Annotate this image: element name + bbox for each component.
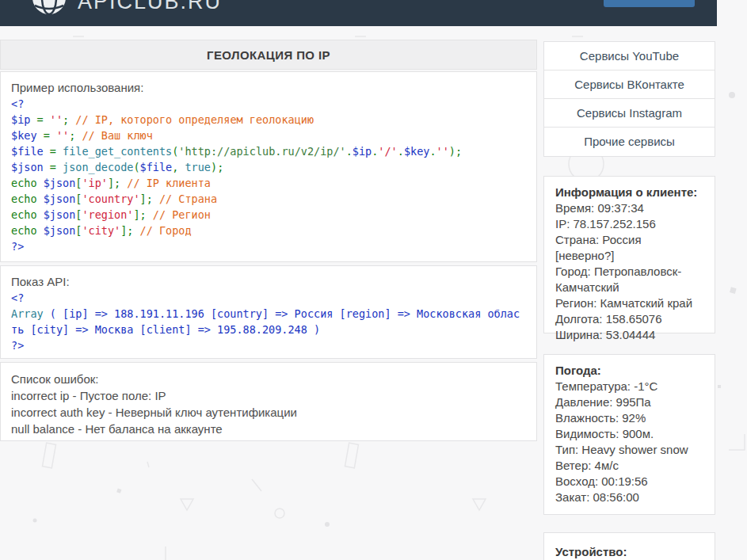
usage-example-panel: Пример использования: <?$ip = ''; // IP,… (0, 71, 537, 262)
client-info-region: Регион: Камчатский край (555, 295, 703, 311)
weather-visibility: Видимость: 900м. (555, 426, 703, 442)
client-info-time: Время: 09:37:34 (555, 200, 703, 216)
weather-title: Погода: (555, 363, 703, 379)
sidebar-item-vkontakte-services[interactable]: Сервисы ВКонтакте (544, 70, 715, 99)
client-info-ip: IP: 78.157.252.156 (555, 216, 703, 232)
weather-sunrise: Восход: 00:19:56 (555, 474, 703, 490)
weather-temperature: Температура: -1°С (555, 379, 703, 394)
sidebar-item-other-services[interactable]: Прочие сервисы (544, 128, 715, 156)
weather-type: Тип: Heavy shower snow (555, 442, 703, 458)
weather-panel: Погода: Температура: -1°С Давление: 995П… (543, 354, 715, 515)
device-title: Устройство: (555, 544, 703, 560)
weather-pressure: Давление: 995Па (555, 394, 703, 410)
client-info-longitude: Долгота: 158.65076 (555, 311, 703, 327)
client-info-panel: Информация о клиенте: Время: 09:37:34 IP… (543, 176, 715, 333)
device-panel: Устройство: (543, 532, 715, 560)
error-item: incorrect ip - Пустое поле: IP (11, 387, 526, 404)
api-demo-label: Показ API: (11, 274, 526, 290)
errors-panel: Список ошибок: incorrect ip - Пустое пол… (0, 362, 537, 441)
sidebar-item-youtube-services[interactable]: Сервисы YouTube (544, 42, 715, 70)
header-action-button[interactable] (604, 0, 695, 7)
client-info-country: Страна: Россия [неверно?] (555, 232, 703, 264)
sidebar-item-instagram-services[interactable]: Сервисы Instagram (544, 99, 715, 128)
client-info-title: Информация о клиенте: (555, 185, 703, 200)
client-info-latitude: Ширина: 53.04444 (555, 327, 703, 343)
error-item: null balance - Нет баланса на аккаунте (11, 421, 526, 437)
globe-logo-icon (30, 0, 68, 17)
page-title: ГЕОЛОКАЦИЯ ПО IP (0, 40, 537, 70)
weather-sunset: Закат: 08:56:00 (555, 490, 703, 505)
services-menu: Сервисы YouTube Сервисы ВКонтакте Сервис… (543, 41, 715, 157)
logo[interactable]: APICLUB.RU (78, 0, 222, 14)
api-demo-panel: Показ API: <?Array ( [ip] => 188.191.11.… (0, 265, 537, 359)
site-header: APICLUB.RU (0, 0, 717, 26)
errors-label: Список ошибок: (11, 371, 526, 387)
usage-label: Пример использования: (11, 80, 526, 96)
error-item: incorrect auth key - Неверный ключ аутен… (11, 404, 526, 421)
weather-humidity: Влажность: 92% (555, 410, 703, 426)
api-demo-code-block: <?Array ( [ip] => 188.191.11.196 [countr… (11, 290, 526, 353)
usage-code-block: <?$ip = ''; // IP, которого определяем г… (11, 96, 526, 254)
client-info-city: Город: Петропавловск-Камчатский (555, 264, 703, 295)
weather-wind: Ветер: 4м/с (555, 458, 703, 474)
